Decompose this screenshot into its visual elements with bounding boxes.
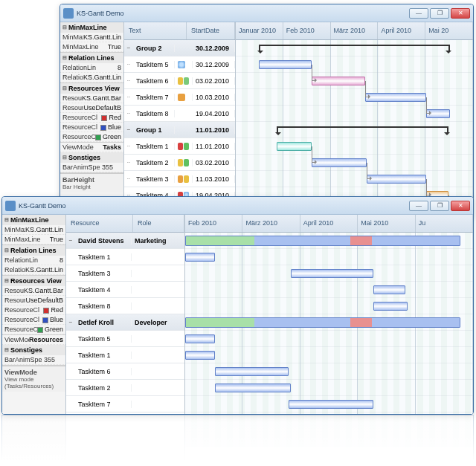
expand-icon[interactable]: ·· [124, 143, 133, 149]
task-row[interactable]: ··TaskItem 111.01.2010 [124, 138, 235, 155]
month-header[interactable]: Mai 2010 [358, 215, 415, 232]
task-bar[interactable] [185, 253, 215, 262]
minimize-button[interactable]: — [409, 8, 428, 19]
expand-icon[interactable]: − [124, 126, 133, 133]
resource-grid[interactable]: Resource Role −David StevensMarketingTas… [66, 215, 185, 414]
prop-row[interactable]: MinMaxLineTrue [60, 42, 123, 52]
expand-icon[interactable]: ·· [124, 94, 133, 100]
prop-row[interactable]: ResourceClGreen [2, 325, 65, 334]
task-bar[interactable] [185, 351, 215, 360]
resource-group-row[interactable]: −David StevensMarketing [66, 233, 184, 249]
task-bar[interactable] [373, 285, 405, 294]
task-bar[interactable] [277, 142, 312, 151]
month-header[interactable]: April 2010 [378, 22, 425, 39]
prop-row[interactable]: RelationLinKS.Gantt.Lin [60, 73, 123, 82]
task-row[interactable]: ··TaskItem 603.02.2010 [124, 73, 235, 89]
gantt-chart[interactable]: Feb 2010März 2010April 2010Mai 2010Ju [185, 215, 473, 414]
prop-group-header[interactable]: Relation Lines [60, 53, 123, 63]
minimize-button[interactable]: — [409, 201, 428, 211]
task-bar[interactable] [185, 334, 215, 343]
resource-row[interactable]: TaskItem 1 [66, 347, 184, 363]
prop-group-header[interactable]: Resources View [60, 83, 123, 94]
prop-row[interactable]: MinMaxLineKS.Gantt.Lin [60, 33, 123, 42]
col-role[interactable]: Role [133, 215, 184, 232]
expand-icon[interactable]: ·· [124, 159, 133, 166]
prop-group-header[interactable]: Resources View [2, 276, 65, 286]
task-row[interactable]: ··TaskItem 710.03.2010 [124, 89, 235, 106]
close-button[interactable]: ✕ [451, 201, 470, 211]
prop-group-header[interactable]: Relation Lines [2, 245, 65, 256]
gantt-chart[interactable]: Januar 2010Feb 2010März 2010April 2010Ma… [236, 22, 473, 217]
task-row[interactable]: ··TaskItem 311.03.2010 [124, 171, 235, 187]
month-header[interactable]: April 2010 [300, 215, 358, 232]
expand-icon[interactable]: ·· [124, 77, 133, 84]
expand-icon[interactable]: − [124, 45, 133, 51]
col-resource[interactable]: Resource [66, 215, 133, 232]
resource-row[interactable]: TaskItem 2 [66, 380, 184, 396]
titlebar[interactable]: KS-Gantt Demo — ❐ ✕ [2, 197, 473, 215]
expand-icon[interactable]: ·· [124, 61, 133, 68]
expand-icon[interactable]: − [66, 237, 75, 244]
resource-row[interactable]: TaskItem 5 [66, 331, 184, 347]
prop-group-header[interactable]: Sonstiges [60, 152, 123, 163]
prop-row[interactable]: RelationLin8 [2, 256, 65, 265]
prop-row[interactable]: ResourceClBlue [2, 315, 65, 325]
task-bar[interactable] [215, 367, 289, 376]
resource-row[interactable]: TaskItem 3 [66, 265, 184, 282]
prop-row[interactable]: ResourceClRed [60, 113, 123, 123]
task-bar[interactable] [215, 384, 291, 392]
col-text[interactable]: Text [124, 22, 187, 39]
property-panel[interactable]: MinMaxLineMinMaxLineKS.Gantt.LinMinMaxLi… [2, 215, 66, 414]
summary-bar[interactable] [259, 45, 451, 51]
resource-group-row[interactable]: −Detlef KrollDeveloper [66, 314, 184, 331]
task-row[interactable]: ··TaskItem 203.02.2010 [124, 155, 235, 171]
prop-row[interactable]: BarAnimSpe 355 [2, 355, 65, 365]
month-header[interactable]: März 2010 [242, 215, 300, 232]
prop-group-header[interactable]: MinMaxLine [60, 22, 123, 33]
month-header[interactable]: Feb 2010 [185, 215, 242, 232]
prop-row[interactable]: BarAnimSpe 355 [60, 163, 123, 172]
resource-row[interactable]: TaskItem 8 [66, 298, 184, 314]
prop-row[interactable]: ResourceClRed [2, 305, 65, 315]
group-row[interactable]: −Group 230.12.2009 [124, 40, 235, 56]
prop-group-header[interactable]: Sonstiges [2, 345, 65, 355]
prop-row[interactable]: MinMaxLineKS.Gantt.Lin [2, 225, 65, 235]
month-header[interactable]: März 2010 [331, 22, 379, 39]
prop-row[interactable]: ResourceBaKS.Gantt.Bar [60, 94, 123, 103]
month-header[interactable]: Januar 2010 [236, 22, 283, 39]
month-header[interactable]: Mai 20 [425, 22, 473, 39]
task-bar[interactable] [367, 175, 426, 184]
resource-row[interactable]: TaskItem 1 [66, 249, 184, 265]
close-button[interactable]: ✕ [451, 8, 470, 19]
prop-row[interactable]: ResourceBaKS.Gantt.Bar [2, 286, 65, 296]
month-header[interactable]: Ju [416, 215, 473, 232]
resource-summary-bar[interactable] [185, 236, 460, 246]
resource-row[interactable]: TaskItem 6 [66, 363, 184, 380]
month-header[interactable]: Feb 2010 [283, 22, 331, 39]
group-row[interactable]: −Group 111.01.2010 [124, 122, 235, 138]
task-bar[interactable] [312, 158, 367, 167]
prop-row[interactable]: RelationLin8 [60, 63, 123, 73]
summary-bar[interactable] [277, 126, 448, 132]
task-bar[interactable] [365, 93, 426, 102]
prop-row[interactable]: ResourceClGreen [60, 132, 123, 142]
col-startdate[interactable]: StartDate [187, 22, 235, 39]
expand-icon[interactable]: ·· [124, 110, 133, 117]
prop-group-header[interactable]: MinMaxLine [2, 215, 65, 225]
resource-row[interactable]: TaskItem 7 [66, 396, 184, 412]
maximize-button[interactable]: ❐ [430, 8, 449, 19]
task-bar[interactable] [259, 60, 312, 69]
task-grid[interactable]: Text StartDate −Group 230.12.2009··TaskI… [124, 22, 236, 217]
prop-row[interactable]: ViewModeTasks [60, 143, 123, 152]
task-row[interactable]: ··TaskItem 819.04.2010 [124, 106, 235, 122]
task-row[interactable]: ··TaskItem 530.12.2009 [124, 56, 235, 73]
resource-summary-bar[interactable] [185, 317, 460, 328]
task-bar[interactable] [373, 302, 408, 311]
property-panel[interactable]: MinMaxLineMinMaxLineKS.Gantt.LinMinMaxLi… [60, 22, 124, 217]
expand-icon[interactable]: − [66, 319, 75, 326]
prop-row[interactable]: ResourceStUseDefaultB [2, 296, 65, 305]
prop-row[interactable]: ViewModeResources [2, 335, 65, 345]
titlebar[interactable]: KS-Gantt Demo — ❐ ✕ [60, 4, 473, 22]
task-bar[interactable] [291, 269, 373, 278]
prop-row[interactable]: ResourceClBlue [60, 123, 123, 132]
